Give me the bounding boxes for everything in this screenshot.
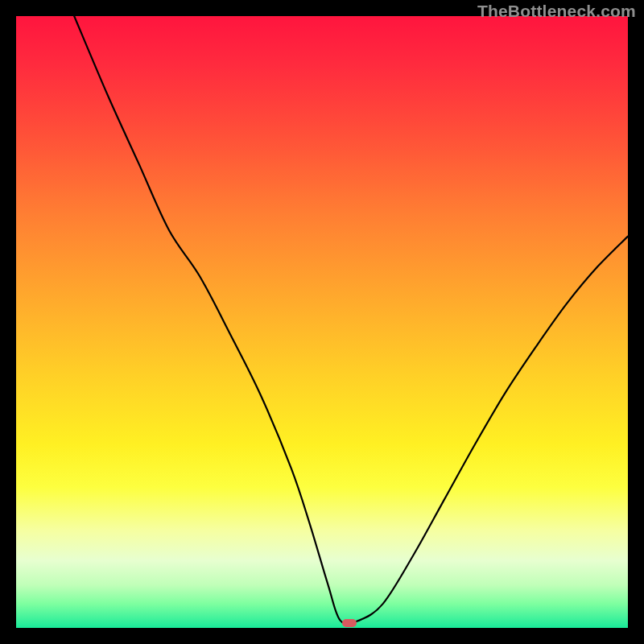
- watermark-text: TheBottleneck.com: [477, 2, 636, 21]
- bottleneck-curve: [16, 16, 628, 628]
- bottleneck-marker: [342, 619, 357, 627]
- chart-frame: TheBottleneck.com: [0, 0, 644, 644]
- plot-area: [16, 16, 628, 628]
